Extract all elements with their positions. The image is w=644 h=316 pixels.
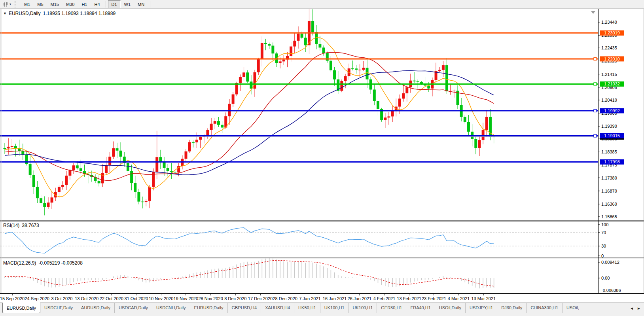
- symbol-tab-xauusdh4-7[interactable]: XAUUSD,H4: [261, 303, 294, 313]
- candle-body: [145, 201, 148, 202]
- symbol-tab-dj30daily-15[interactable]: DJ30,Daily: [497, 303, 526, 313]
- chart-symbol-label: EURUSD,Daily: [9, 11, 41, 16]
- symbol-tab-usdcnhdaily-4[interactable]: USDCNH,Daily: [152, 303, 190, 313]
- macd-name: MACD(12,26,9): [3, 260, 36, 266]
- date-tick: [260, 294, 261, 295]
- timeframe-button-mn[interactable]: MN: [134, 0, 148, 8]
- date-label: 10 Nov 2020: [149, 296, 173, 301]
- candle-body: [398, 98, 401, 106]
- candle-body: [127, 163, 129, 171]
- symbol-dropdown-triangle-icon[interactable]: ▼: [3, 11, 7, 15]
- chart-plot-area[interactable]: [0, 9, 644, 293]
- candle-body: [445, 65, 448, 91]
- candle-body: [290, 47, 292, 56]
- candle-body: [264, 43, 267, 44]
- date-label: 3 Oct 2020: [51, 296, 72, 301]
- date-tick: [384, 294, 385, 295]
- symbol-tab-eurusddaily-0[interactable]: EURUSD,Daily: [2, 303, 40, 313]
- candle-body: [155, 157, 158, 172]
- hline-handle[interactable]: [594, 57, 597, 60]
- date-label: 4 Feb 2021: [373, 296, 396, 301]
- symbol-tab-usoil-17[interactable]: USOil,: [562, 303, 583, 313]
- price-tick-label: 1.18385: [601, 149, 617, 154]
- timeframe-button-m15[interactable]: M15: [47, 0, 63, 8]
- symbol-tab-uk100h1-9[interactable]: UK100,H1: [320, 303, 349, 313]
- date-label: 28 Dec 2020: [273, 296, 297, 301]
- candle-body: [358, 70, 361, 70]
- date-tick: [458, 294, 459, 295]
- date-tick: [186, 294, 186, 295]
- hline-handle[interactable]: [594, 83, 597, 85]
- timeframe-button-m30[interactable]: M30: [63, 0, 78, 8]
- date-label: 16 Jan 2021: [323, 296, 347, 301]
- date-tick: [210, 294, 211, 295]
- hline-handle[interactable]: [594, 134, 597, 137]
- candle-body: [72, 165, 75, 170]
- candle-body: [192, 142, 195, 143]
- candle-body: [199, 137, 202, 140]
- candle-body: [293, 41, 296, 47]
- candle-body: [40, 198, 42, 203]
- macd-tick-label: 0.009412: [601, 260, 619, 265]
- date-axis[interactable]: 15 Sep 202024 Sep 20203 Oct 202013 Oct 2…: [0, 293, 644, 303]
- candle-body: [268, 44, 271, 46]
- timeframe-button-m5[interactable]: M5: [34, 0, 47, 8]
- date-label: 24 Sep 2020: [25, 296, 49, 301]
- candle-body: [43, 203, 46, 207]
- tab-scroll-arrows: ◄►: [627, 303, 644, 313]
- candlestick-chart-icon: [3, 2, 9, 7]
- chart-type-dropdown[interactable]: ▾: [2, 1, 12, 8]
- toolbar-drag-handle[interactable]: [15, 1, 17, 8]
- candle-body: [105, 165, 108, 173]
- candle-body: [4, 148, 6, 149]
- candle-body: [14, 146, 17, 148]
- rsi-tick-label: 100: [601, 222, 608, 227]
- symbol-tab-fra40h1-12[interactable]: FRA40,H1: [406, 303, 434, 313]
- candle-body: [76, 165, 79, 168]
- candle-body: [206, 130, 209, 135]
- date-label: 17 Dec 2020: [248, 296, 273, 301]
- candle-body: [210, 124, 213, 130]
- symbol-tab-usdjpyh1-14[interactable]: USDJPY,H1: [465, 303, 497, 313]
- macd-tick-label: 0.00: [601, 276, 610, 280]
- candle-body: [275, 53, 278, 63]
- symbol-tab-usoildaily-13[interactable]: USOil,Daily: [435, 303, 465, 313]
- candle-body: [228, 104, 231, 116]
- date-tick: [434, 294, 434, 295]
- timeframe-button-h1[interactable]: H1: [78, 0, 91, 8]
- candle-body: [195, 140, 198, 142]
- chart-ohlc-values: 1.18935 1.19093 1.18894 1.18989: [43, 11, 116, 16]
- symbol-tab-hk50h1-8[interactable]: HK50,H1: [294, 303, 320, 313]
- symbol-tab-china300h1-16[interactable]: CHINA300,H1: [526, 303, 562, 313]
- candle-body: [214, 121, 216, 124]
- symbol-tab-usdchfdaily-1[interactable]: USDCHF,Daily: [40, 303, 77, 313]
- candle-body: [170, 171, 173, 172]
- symbol-tab-ger30h1-11[interactable]: GER30,H1: [377, 303, 406, 313]
- symbol-tab-usdcaddaily-3[interactable]: USDCAD,Daily: [114, 303, 152, 313]
- timeframe-button-m1[interactable]: M1: [21, 0, 34, 8]
- candle-body: [464, 117, 466, 122]
- symbol-tab-uk100h1-10[interactable]: UK100,H1: [349, 303, 377, 313]
- hline-handle[interactable]: [594, 109, 597, 112]
- rsi-value: 38.7673: [22, 223, 39, 228]
- price-tick-label: 1.20410: [601, 98, 617, 102]
- candle-body: [355, 68, 358, 70]
- candle-body: [427, 86, 430, 89]
- candle-body: [101, 173, 104, 183]
- candle-body: [467, 122, 470, 132]
- date-tick: [359, 294, 360, 295]
- date-label: 13 Oct 2020: [75, 296, 98, 301]
- date-label: 31 Oct 2020: [125, 296, 148, 301]
- candle-body: [134, 183, 136, 192]
- timeframe-button-h4[interactable]: H4: [91, 0, 103, 8]
- scroll-left-icon[interactable]: ◄: [630, 306, 634, 310]
- symbol-tab-audusddaily-2[interactable]: AUDUSD,Daily: [77, 303, 114, 313]
- timeframe-button-d1[interactable]: D1: [108, 0, 121, 8]
- scroll-right-icon[interactable]: ►: [637, 306, 641, 310]
- candle-body: [250, 81, 252, 89]
- symbol-tab-gbpusdh4-6[interactable]: GBPUSD,H4: [227, 303, 261, 313]
- candle-body: [438, 70, 441, 71]
- symbol-tab-eurusddaily-5[interactable]: EURUSD,Daily: [190, 303, 227, 313]
- candle-body: [391, 110, 394, 116]
- timeframe-button-w1[interactable]: W1: [121, 0, 134, 8]
